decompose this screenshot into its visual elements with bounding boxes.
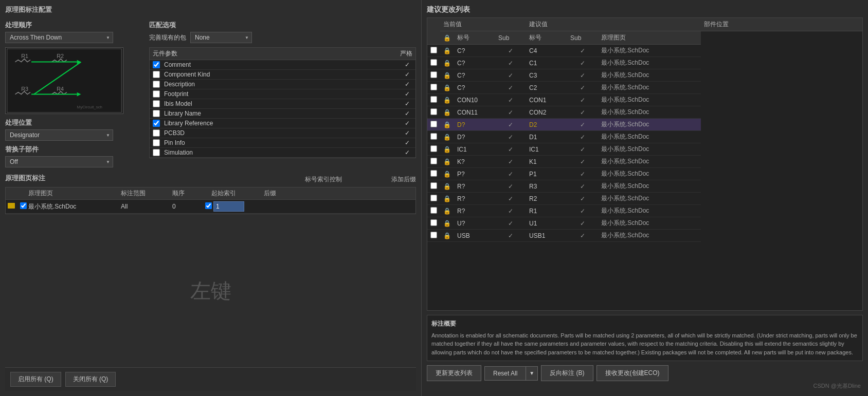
row-checkbox-1[interactable] (430, 59, 437, 66)
table-row[interactable]: 🔒 D? ✓ D2 ✓ 最小系统.SchDoc (427, 119, 862, 131)
param-checkbox-0[interactable] (153, 61, 160, 68)
row-checkbox-0[interactable] (430, 47, 437, 53)
sch-start-index-input[interactable] (213, 201, 244, 212)
process-position-dropdown[interactable]: Designator Location X Location Y (5, 129, 113, 141)
param-checkbox-4[interactable] (153, 100, 160, 107)
row-sub-check-12: ✓ (495, 193, 526, 205)
row-current-3: C? (454, 82, 495, 94)
row-checkbox-cell-5[interactable] (427, 106, 440, 119)
th-current-designator: 标号 (454, 31, 495, 45)
table-row[interactable]: 🔒 P? ✓ P1 ✓ 最小系统.SchDoc (427, 168, 862, 180)
substitute-dropdown-wrapper[interactable]: Off On (5, 156, 113, 167)
row-checkbox-cell-10[interactable] (427, 168, 440, 180)
reset-all-button[interactable]: Reset All (484, 366, 526, 381)
process-order-dropdown-wrapper[interactable]: Across Then Down Down Then Across By She… (5, 32, 113, 43)
enable-all-button[interactable]: 启用所有 (Q) (10, 372, 61, 387)
table-row[interactable]: 🔒 USB ✓ USB1 ✓ 最小系统.SchDoc (427, 230, 862, 242)
table-row[interactable]: 🔒 K? ✓ K1 ✓ 最小系统.SchDoc (427, 156, 862, 168)
row-checkbox-5[interactable] (430, 108, 437, 115)
reverse-annotate-button[interactable]: 反向标注 (B) (541, 365, 593, 381)
table-row[interactable]: 🔒 U? ✓ U1 ✓ 最小系统.SchDoc (427, 217, 862, 230)
reset-all-arrow[interactable]: ▼ (526, 366, 538, 381)
row-checkbox-3[interactable] (430, 84, 437, 90)
row-checkbox-cell-7[interactable] (427, 131, 440, 143)
existing-package-dropdown-wrapper[interactable]: None All Selected (190, 32, 252, 43)
sub-checkmark-13: ✓ (508, 208, 513, 215)
param-checkbox-6[interactable] (153, 120, 160, 127)
left-key-area: 左键 (5, 218, 416, 363)
table-row[interactable]: 🔒 C? ✓ C1 ✓ 最小系统.SchDoc (427, 57, 862, 69)
existing-package-dropdown[interactable]: None All Selected (190, 32, 252, 43)
svg-text:R1: R1 (21, 53, 28, 59)
row-checkbox-cell-0[interactable] (427, 45, 440, 57)
row-checkbox-cell-1[interactable] (427, 57, 440, 69)
changes-table-wrapper[interactable]: 当前值 建议值 部件位置 🔒 标号 Sub 标号 Sub 原理图页 (427, 17, 863, 311)
sch-row-check[interactable] (18, 202, 28, 211)
table-row[interactable]: 🔒 C? ✓ C3 ✓ 最小系统.SchDoc (427, 69, 862, 82)
table-row[interactable]: 🔒 D? ✓ D1 ✓ 最小系统.SchDoc (427, 131, 862, 143)
table-row[interactable]: 🔒 R? ✓ R1 ✓ 最小系统.SchDoc (427, 205, 862, 217)
param-checkbox-8[interactable] (153, 139, 160, 146)
row-checkbox-4[interactable] (430, 96, 437, 103)
row-checkbox-7[interactable] (430, 133, 437, 140)
row-checkbox-14[interactable] (430, 219, 437, 226)
param-checkbox-1[interactable] (153, 71, 160, 78)
process-position-dropdown-wrapper[interactable]: Designator Location X Location Y (5, 129, 113, 141)
row-checkbox-8[interactable] (430, 145, 437, 152)
row-checkbox-cell-14[interactable] (427, 217, 440, 230)
param-checkbox-2[interactable] (153, 81, 160, 88)
table-row[interactable]: 🔒 R? ✓ R3 ✓ 最小系统.SchDoc (427, 180, 862, 193)
process-order-dropdown[interactable]: Across Then Down Down Then Across By She… (5, 32, 113, 43)
row-checkbox-cell-4[interactable] (427, 94, 440, 106)
th-lock: 🔒 (440, 31, 454, 45)
sch-row-checkbox[interactable] (20, 202, 27, 209)
disable-all-button[interactable]: 关闭所有 (Q) (65, 372, 116, 387)
accept-changes-button[interactable]: 接收更改(创建ECO) (596, 365, 668, 381)
row-checkbox-cell-3[interactable] (427, 82, 440, 94)
right-panel-title: 建议更改列表 (427, 5, 863, 14)
row-checkbox-cell-15[interactable] (427, 230, 440, 242)
row-checkbox-6[interactable] (430, 121, 437, 127)
row-sub-check-11: ✓ (495, 180, 526, 193)
param-checkbox-7[interactable] (153, 129, 160, 137)
table-row[interactable]: 🔒 CON10 ✓ CON1 ✓ 最小系统.SchDoc (427, 94, 862, 106)
row-checkbox-2[interactable] (430, 71, 437, 78)
table-row[interactable]: 🔒 CON11 ✓ CON2 ✓ 最小系统.SchDoc (427, 106, 862, 119)
update-list-button[interactable]: 更新更改列表 (427, 365, 481, 381)
table-row[interactable]: 🔒 C? ✓ C2 ✓ 最小系统.SchDoc (427, 82, 862, 94)
row-checkbox-cell-2[interactable] (427, 69, 440, 82)
row-checkbox-cell-9[interactable] (427, 156, 440, 168)
sch-row-start-check[interactable] (203, 202, 213, 211)
svg-text:R4: R4 (57, 86, 64, 92)
sch-start-checkbox[interactable] (205, 202, 212, 209)
table-row[interactable]: 🔒 R? ✓ R2 ✓ 最小系统.SchDoc (427, 193, 862, 205)
table-row[interactable]: 🔒 IC1 ✓ IC1 ✓ 最小系统.SchDoc (427, 143, 862, 156)
sug-sub-checkmark-2: ✓ (580, 72, 585, 79)
row-checkbox-10[interactable] (430, 170, 437, 177)
row-checkbox-9[interactable] (430, 158, 437, 164)
th-location-group: 部件位置 (701, 18, 862, 31)
row-sug-sub-5: ✓ (567, 106, 598, 119)
row-suggested-12: R2 (526, 193, 567, 205)
row-checkbox-13[interactable] (430, 207, 437, 214)
param-checkbox-9[interactable] (153, 149, 160, 156)
strict-icon-4: ✓ (405, 100, 410, 107)
row-checkbox-cell-13[interactable] (427, 205, 440, 217)
row-checkbox-cell-8[interactable] (427, 143, 440, 156)
lock-icon-7: 🔒 (443, 134, 451, 141)
sch-col-range: 标注范围 (121, 189, 172, 198)
row-checkbox-15[interactable] (430, 232, 437, 238)
row-checkbox-11[interactable] (430, 182, 437, 189)
row-checkbox-cell-11[interactable] (427, 180, 440, 193)
param-row: Description ✓ (150, 80, 415, 89)
row-checkbox-cell-12[interactable] (427, 193, 440, 205)
param-checkbox-3[interactable] (153, 90, 160, 98)
th-suggested-sub: Sub (567, 31, 598, 45)
substitute-dropdown[interactable]: Off On (5, 156, 113, 167)
row-current-0: C? (454, 45, 495, 57)
row-suggested-11: R3 (526, 180, 567, 193)
param-checkbox-5[interactable] (153, 110, 160, 117)
table-row[interactable]: 🔒 C? ✓ C4 ✓ 最小系统.SchDoc (427, 45, 862, 57)
row-checkbox-cell-6[interactable] (427, 119, 440, 131)
row-checkbox-12[interactable] (430, 195, 437, 201)
